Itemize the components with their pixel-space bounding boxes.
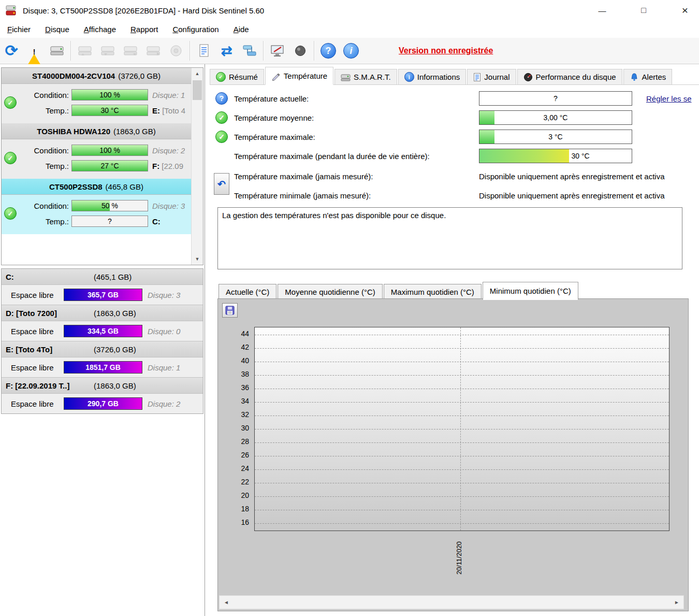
disk-entry-ct500-selected[interactable]: CT500P2SSD8 (465,8 GB) ✓ Condition: 50 %… <box>2 179 191 234</box>
main-tab-bar: ✓ Résumé Température <box>210 67 699 85</box>
version-status-link[interactable]: Version non enregistrée <box>399 46 493 55</box>
tab-journal[interactable]: Journal <box>467 69 516 85</box>
menu-rapport[interactable]: Rapport <box>123 23 165 36</box>
partition-list: C: (465,1 GB) Espace libre 365,7 GB Disq… <box>1 268 203 414</box>
condition-label: Condition: <box>19 146 69 155</box>
drive-info: F: [22.09 <box>152 162 183 170</box>
disk-body: ✓ Condition: 100 % Disque: 1 Temp.: <box>2 84 191 123</box>
monitor-edit-button[interactable] <box>266 39 289 62</box>
gridline <box>255 389 669 389</box>
disk-arrow-icon <box>77 44 93 58</box>
tab-label: Journal <box>484 73 509 81</box>
set-thresholds-link[interactable]: Régler les se <box>646 94 692 103</box>
tab-label: Performance du disque <box>536 73 616 81</box>
temperature-note-text: La gestion des températures n'est pas di… <box>222 211 446 220</box>
scroll-left-button[interactable]: ◄ <box>220 596 233 609</box>
y-tick-label: 22 <box>241 478 249 486</box>
menu-configuration[interactable]: Configuration <box>165 23 226 36</box>
temp-max-value-box: 3 °C <box>479 130 632 144</box>
disk-entry-st4000[interactable]: ST4000DM004-2CV104 (3726,0 GB) ✓ Conditi… <box>2 68 191 123</box>
menu-aide[interactable]: Aide <box>226 23 256 36</box>
tab-resume[interactable]: ✓ Résumé <box>210 69 264 85</box>
temp-average-label: Température moyenne: <box>234 113 314 122</box>
disk-arrow-icon <box>145 44 161 58</box>
menu-affichage[interactable]: Affichage <box>77 23 123 36</box>
disk-entry-toshiba[interactable]: TOSHIBA HDWA120 (1863,0 GB) ✓ Condition:… <box>2 123 191 179</box>
gridline <box>255 375 669 376</box>
acoustic-button[interactable] <box>289 39 312 62</box>
free-space-bar: 290,7 GB <box>64 397 142 410</box>
tab-alertes[interactable]: Alertes <box>623 69 673 85</box>
partition-e[interactable]: E: [Toto 4To] (3726,0 GB) Espace libre 1… <box>2 341 203 378</box>
chart-tab-actuelle[interactable]: Actuelle (°C) <box>219 284 276 300</box>
temp-current-row: ? Température actuelle: ? Régler les se <box>207 91 699 106</box>
menu-fichier[interactable]: Fichier <box>0 23 38 36</box>
refresh-button[interactable]: ⟳ <box>0 39 23 62</box>
temp-average-value-box: 3,00 °C <box>479 110 632 125</box>
tab-smart[interactable]: S.M.A.R.T. <box>334 69 397 85</box>
gridline <box>255 402 669 403</box>
chart-horizontal-scrollbar[interactable]: ◄ ► <box>219 595 684 609</box>
report-icon <box>198 44 210 58</box>
report-button[interactable] <box>193 39 215 62</box>
partition-name: E: [Toto 4To] <box>6 345 94 354</box>
disk-list-scrollbar[interactable]: ▲ ▼ <box>191 68 203 265</box>
disk-tool-4-button <box>142 39 165 62</box>
y-tick-label: 26 <box>241 451 249 459</box>
info-icon: i <box>343 43 359 59</box>
gridline <box>255 496 669 497</box>
close-button[interactable]: × <box>673 0 697 21</box>
chart-tab-maximum[interactable]: Maximum quotidien (°C) <box>384 284 482 300</box>
save-chart-button[interactable] <box>222 303 238 318</box>
monitor-edit-icon <box>270 44 285 58</box>
chart-tab-bar: Actuelle (°C) Moyenne quotidienne (°C) M… <box>219 283 579 300</box>
maximize-button[interactable]: □ <box>632 0 656 21</box>
round-tool-icon <box>169 44 183 58</box>
minimize-button[interactable]: — <box>590 0 614 21</box>
menu-disque[interactable]: Disque <box>38 23 77 36</box>
sync-icon: ⇄ <box>221 44 232 58</box>
disk-detect-button[interactable] <box>46 39 68 62</box>
info-button[interactable]: i <box>340 39 362 62</box>
partition-c[interactable]: C: (465,1 GB) Espace libre 365,7 GB Disq… <box>2 269 203 305</box>
gridline <box>255 469 669 470</box>
temp-lifetime-max-value-box: 30 °C <box>479 149 632 163</box>
app-icon <box>5 4 18 17</box>
partition-d[interactable]: D: [Toto 7200] (1863,0 GB) Espace libre … <box>2 305 203 341</box>
disk-name: ST4000DM004-2CV104 <box>32 71 115 80</box>
chart-tab-minimum[interactable]: Minimum quotidien (°C) <box>483 282 578 300</box>
temp-label: Temp.: <box>19 106 69 115</box>
tab-informations[interactable]: i Informations <box>398 69 467 85</box>
scroll-down-button[interactable]: ▼ <box>192 253 203 265</box>
temp-average-row: ✓ Température moyenne: 3,00 °C <box>207 110 699 125</box>
tab-performance[interactable]: Performance du disque <box>517 69 622 85</box>
tab-label: S.M.A.R.T. <box>354 73 391 81</box>
drive-info: E: [Toto 4 <box>152 106 185 115</box>
disk-ok-icon: ✓ <box>4 207 17 220</box>
scroll-up-button[interactable]: ▲ <box>192 68 203 79</box>
disk-number: Disque: 2 <box>152 146 185 155</box>
chart-tab-moyenne[interactable]: Moyenne quotidienne (°C) <box>278 284 382 300</box>
network-disks-button[interactable] <box>238 39 261 62</box>
disk-size: (465,8 GB) <box>106 182 143 191</box>
temp-meter: 27 °C <box>71 160 148 171</box>
toolbar: ⟳ ! <box>0 38 699 64</box>
condition-meter: 100 % <box>71 89 148 101</box>
scroll-right-button[interactable]: ► <box>670 596 683 609</box>
help-button[interactable]: ? <box>317 39 340 62</box>
partition-f[interactable]: F: [22.09.2019 T..] (1863,0 GB) Espace l… <box>2 378 203 413</box>
tab-temperature[interactable]: Température <box>265 67 333 85</box>
disk-header: ST4000DM004-2CV104 (3726,0 GB) <box>2 68 191 84</box>
temp-current-value-box: ? <box>479 91 632 106</box>
partition-header: D: [Toto 7200] (1863,0 GB) <box>2 305 203 321</box>
gridline <box>255 416 669 416</box>
ok-icon: ✓ <box>215 111 228 124</box>
partition-disk-number: Disque: 1 <box>148 363 180 372</box>
sync-button[interactable]: ⇄ <box>215 39 238 62</box>
scrollbar-thumb[interactable] <box>193 80 202 100</box>
gridline <box>255 523 669 524</box>
warning-button[interactable]: ! <box>23 39 46 62</box>
temp-max-never-row: Température maximale (jamais mesuré): Di… <box>207 169 699 183</box>
temp-current-label: Température actuelle: <box>234 94 309 103</box>
y-tick-label: 34 <box>241 397 249 405</box>
